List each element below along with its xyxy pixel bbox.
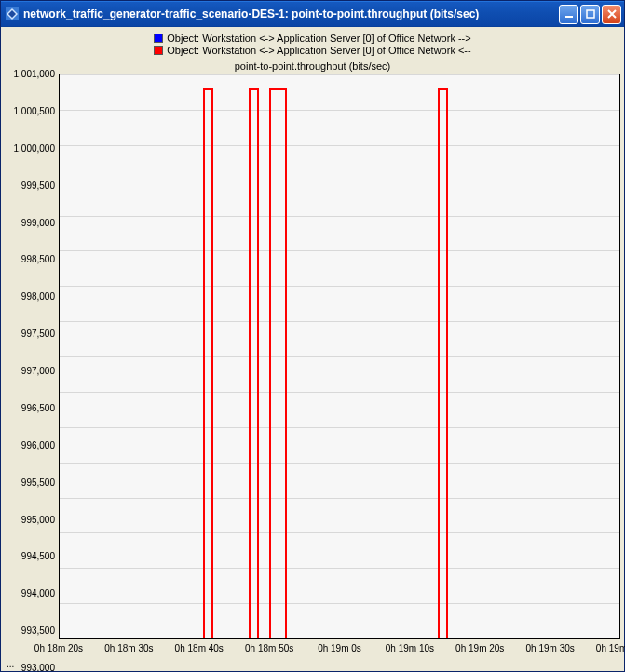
legend-swatch-1 (154, 34, 163, 43)
grid-line (60, 110, 619, 111)
legend-item-2: Object: Workstation <-> Application Serv… (154, 45, 470, 56)
x-axis: 0h 18m 20s0h 18m 30s0h 18m 40s0h 18m 50s… (59, 639, 620, 667)
y-tick-label: 994,500 (21, 551, 55, 561)
window-title: network_traffic_generator-traffic_scenar… (23, 7, 553, 20)
grid-line (60, 286, 619, 287)
legend-swatch-2 (154, 46, 163, 55)
grid-line (60, 216, 619, 217)
grid-line (60, 532, 619, 533)
grid-line (60, 463, 619, 464)
x-tick-label: 0h 19m 10s (386, 643, 434, 653)
minimize-button[interactable] (559, 5, 578, 24)
grid-line (60, 356, 619, 357)
y-tick-label: 999,500 (21, 180, 55, 190)
chart-panel: Object: Workstation <-> Application Serv… (1, 27, 624, 671)
grid-line (60, 321, 619, 322)
grid-line (60, 392, 619, 393)
y-axis-ellipsis: ... (7, 659, 14, 669)
maximize-button[interactable] (580, 5, 600, 24)
grid-line (60, 603, 619, 604)
x-tick-label: 0h 19m 40s (596, 643, 625, 653)
close-button[interactable] (602, 5, 621, 24)
y-tick-label: 997,000 (21, 366, 55, 376)
y-tick-label: 993,500 (21, 625, 55, 636)
data-bar (269, 88, 287, 638)
y-tick-label: 995,000 (21, 514, 55, 524)
y-axis: 993,000993,500994,000994,500995,000995,5… (5, 74, 59, 667)
grid-line (60, 427, 619, 428)
y-tick-label: 994,000 (21, 588, 55, 598)
grid-line (60, 568, 619, 569)
x-tick-label: 0h 19m 20s (455, 643, 504, 653)
svg-rect-4 (587, 10, 594, 18)
y-tick-label: 1,000,000 (14, 142, 56, 153)
chart-area: 993,000993,500994,000994,500995,000995,5… (5, 74, 620, 667)
y-tick-label: 996,000 (21, 439, 55, 450)
chart-title: point-to-point.throughput (bits/sec) (5, 60, 620, 72)
x-tick-label: 0h 18m 20s (34, 643, 83, 653)
x-tick-label: 0h 18m 30s (104, 643, 153, 653)
grid-line (60, 498, 619, 499)
grid-line (60, 250, 619, 251)
y-tick-label: 997,500 (21, 329, 55, 339)
x-tick-label: 0h 18m 40s (175, 643, 224, 653)
legend-label-1: Object: Workstation <-> Application Serv… (167, 33, 470, 44)
window-buttons (559, 5, 621, 24)
y-tick-label: 1,000,500 (14, 105, 56, 115)
x-tick-label: 0h 18m 50s (245, 643, 293, 653)
legend-item-1: Object: Workstation <-> Application Serv… (154, 33, 470, 44)
plot-wrap: 0h 18m 20s0h 18m 30s0h 18m 40s0h 18m 50s… (59, 74, 620, 667)
y-tick-label: 996,500 (21, 402, 55, 412)
x-tick-label: 0h 19m 0s (318, 643, 361, 653)
y-tick-label: 999,000 (21, 217, 55, 227)
titlebar[interactable]: network_traffic_generator-traffic_scenar… (1, 1, 624, 27)
data-bar (203, 88, 213, 638)
grid-line (60, 181, 619, 181)
y-tick-label: 998,000 (21, 291, 55, 302)
grid-line (60, 74, 619, 75)
grid-line (60, 145, 619, 146)
legend-label-2: Object: Workstation <-> Application Serv… (167, 45, 470, 56)
y-tick-label: 998,500 (21, 254, 55, 264)
data-bar (438, 88, 448, 638)
x-tick-label: 0h 19m 30s (525, 643, 574, 653)
y-tick-label: 1,001,000 (14, 69, 56, 79)
plot-region[interactable] (59, 74, 620, 639)
y-tick-label: 993,000 (21, 663, 55, 673)
app-icon (5, 7, 20, 21)
y-tick-label: 995,500 (21, 477, 55, 487)
svg-rect-3 (565, 16, 573, 18)
legend: Object: Workstation <-> Application Serv… (5, 33, 620, 57)
window: network_traffic_generator-traffic_scenar… (0, 0, 625, 672)
data-bar (249, 88, 259, 638)
